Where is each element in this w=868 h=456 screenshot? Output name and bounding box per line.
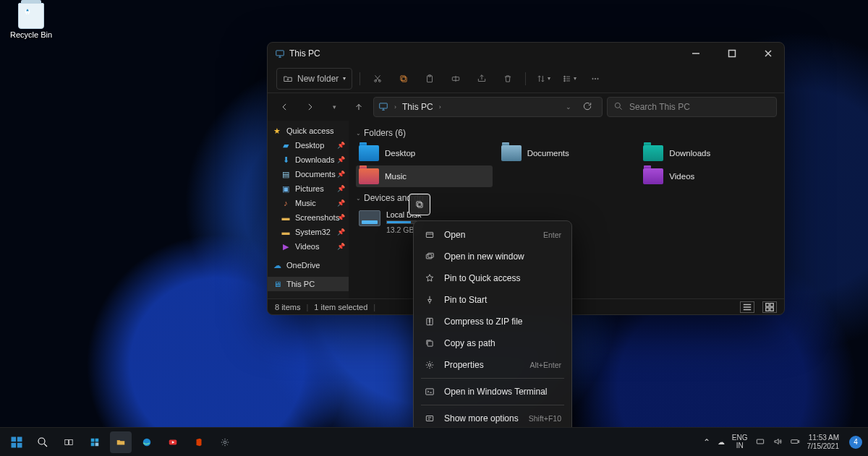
svg-rect-4	[402, 77, 407, 81]
svg-rect-40	[91, 442, 95, 446]
ctx-show-more[interactable]: Show more optionsShift+F10	[414, 408, 571, 429]
minimize-button[interactable]	[680, 43, 712, 64]
folder-icon: ▰	[281, 140, 291, 150]
refresh-button[interactable]	[577, 101, 597, 113]
delete-button[interactable]	[498, 69, 518, 89]
folder-music[interactable]: Music	[356, 165, 493, 187]
address-bar[interactable]: › This PC › ⌄	[373, 97, 603, 117]
star-icon	[424, 272, 435, 284]
recent-button[interactable]: ▾	[324, 97, 344, 117]
back-button[interactable]	[275, 97, 295, 117]
group-header-folders[interactable]: ⌄Folders (6)	[356, 128, 777, 138]
pin-icon: 📌	[337, 243, 345, 250]
svg-rect-22	[417, 202, 421, 206]
folder-desktop[interactable]: Desktop	[356, 142, 493, 164]
ctx-pin-quick-access[interactable]: Pin to Quick access	[414, 267, 571, 289]
close-button[interactable]	[752, 43, 784, 64]
nav-row: ▾ › This PC › ⌄ Search This PC	[268, 93, 784, 121]
search-icon	[613, 101, 624, 113]
taskbar-office[interactable]	[188, 431, 210, 453]
new-folder-label: New folder	[297, 74, 339, 84]
sidebar-item-videos[interactable]: ▶Videos📌	[268, 239, 349, 254]
folder-downloads[interactable]: Downloads	[640, 142, 777, 164]
window-titlebar[interactable]: This PC	[268, 43, 784, 64]
pin-icon: 📌	[337, 142, 345, 149]
forward-button[interactable]	[299, 97, 320, 117]
svg-point-28	[428, 363, 431, 366]
sidebar-item-downloads[interactable]: ⬇Downloads📌	[268, 152, 349, 167]
ctx-open-new-window[interactable]: Open in new window	[414, 246, 571, 267]
folder-documents[interactable]: Documents	[498, 142, 635, 164]
taskbar-widgets[interactable]	[84, 431, 106, 453]
taskbar-edge[interactable]	[136, 431, 158, 453]
new-window-icon	[424, 251, 435, 262]
ctx-copy-path[interactable]: Copy as path	[414, 332, 571, 354]
pc-icon: 🖥	[272, 279, 282, 289]
pin-icon: 📌	[337, 214, 345, 221]
tray-clock[interactable]: 11:53 AM7/15/2021	[807, 434, 840, 450]
window-title: This PC	[289, 48, 320, 59]
tray-onedrive-icon[interactable]: ☁	[718, 438, 725, 446]
sidebar-onedrive[interactable]: ☁OneDrive	[268, 258, 349, 272]
ctx-compress-zip[interactable]: Compress to ZIP file	[414, 311, 571, 332]
desktop-icon-recycle-bin[interactable]: Recycle Bin	[7, 3, 55, 39]
context-menu: OpenEnter Open in new window Pin to Quic…	[413, 220, 572, 433]
tray-chevron-icon[interactable]: ⌃	[703, 437, 710, 447]
paste-button[interactable]	[420, 69, 440, 89]
sidebar-item-screenshots[interactable]: ▬Screenshots📌	[268, 210, 349, 225]
search-box[interactable]: Search This PC	[607, 97, 777, 117]
ctx-open-terminal[interactable]: Open in Windows Terminal	[414, 381, 571, 403]
system-tray[interactable]: ⌃ ☁ ENGIN 11:53 AM7/15/2021 4	[703, 434, 862, 450]
tray-battery-icon[interactable]	[790, 436, 800, 448]
taskbar-task-view[interactable]	[58, 431, 80, 453]
folder-icon: ▬	[281, 227, 291, 237]
ctx-properties[interactable]: PropertiesAlt+Enter	[414, 354, 571, 376]
pin-icon: 📌	[337, 156, 345, 163]
view-button[interactable]: ▾	[559, 69, 579, 89]
more-button[interactable]	[585, 69, 605, 89]
ctx-open[interactable]: OpenEnter	[414, 224, 571, 246]
svg-rect-21	[418, 203, 422, 207]
chevron-down-icon[interactable]: ⌄	[566, 103, 571, 111]
sidebar-item-system32[interactable]: ▬System32📌	[268, 225, 349, 239]
svg-point-10	[564, 78, 566, 79]
svg-rect-29	[426, 389, 434, 395]
pin-icon	[424, 294, 435, 306]
view-large-button[interactable]	[762, 301, 777, 313]
tray-language[interactable]: ENGIN	[732, 434, 748, 449]
folder-videos[interactable]: Videos	[640, 165, 777, 187]
maximize-button[interactable]	[716, 43, 748, 64]
tray-network-icon[interactable]	[755, 436, 765, 448]
ctx-pin-start[interactable]: Pin to Start	[414, 289, 571, 311]
up-button[interactable]	[349, 97, 369, 117]
tray-volume-icon[interactable]	[773, 436, 783, 448]
sidebar-item-desktop[interactable]: ▰Desktop📌	[268, 138, 349, 152]
start-button[interactable]	[6, 431, 27, 453]
svg-rect-39	[95, 438, 99, 442]
svg-point-14	[597, 78, 598, 79]
share-button[interactable]	[472, 69, 492, 89]
sidebar-network[interactable]: 🖧Network	[268, 296, 349, 298]
svg-rect-20	[770, 307, 773, 310]
sidebar-quick-access[interactable]: ★ Quick access	[268, 124, 349, 138]
cut-button[interactable]	[367, 69, 388, 89]
chevron-right-icon: ›	[439, 103, 441, 111]
svg-rect-17	[766, 303, 769, 306]
sidebar-item-pictures[interactable]: ▣Pictures📌	[268, 181, 349, 196]
taskbar-search[interactable]	[32, 431, 54, 453]
sidebar-item-music[interactable]: ♪Music📌	[268, 196, 349, 210]
taskbar-file-explorer[interactable]	[110, 431, 132, 453]
taskbar-youtube[interactable]	[162, 431, 184, 453]
sort-button[interactable]: ▾	[533, 69, 553, 89]
new-folder-button[interactable]: New folder ▾	[276, 68, 352, 90]
tray-notifications[interactable]: 4	[849, 436, 862, 449]
taskbar-settings[interactable]	[214, 431, 236, 453]
copy-button[interactable]	[393, 69, 414, 89]
svg-rect-15	[380, 103, 388, 108]
context-mini-toolbar[interactable]	[409, 194, 430, 215]
sidebar-item-documents[interactable]: ▤Documents📌	[268, 167, 349, 181]
sidebar-this-pc[interactable]: 🖥This PC	[268, 277, 349, 291]
download-icon: ⬇	[281, 155, 291, 165]
rename-button[interactable]	[446, 69, 466, 89]
view-details-button[interactable]	[740, 301, 754, 313]
